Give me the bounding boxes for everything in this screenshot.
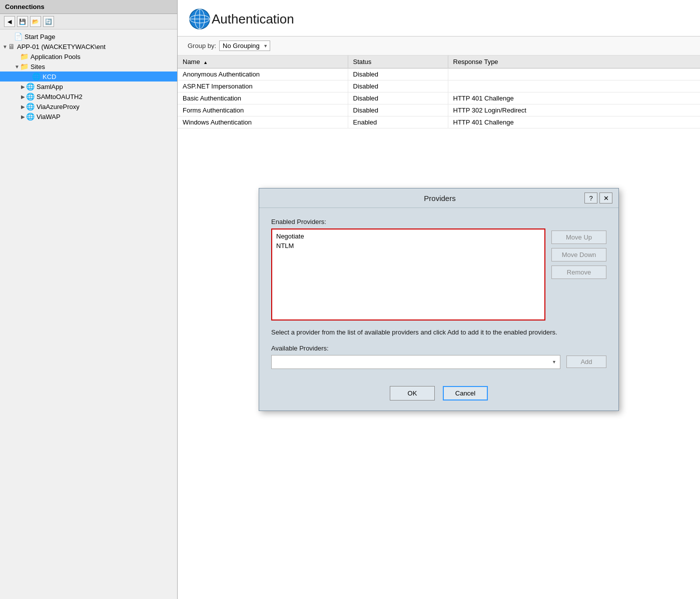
auth-table-container: Name ▲ Status Response Type Anonymous Au… — [178, 56, 700, 128]
dialog-close-button[interactable]: ✕ — [599, 192, 612, 204]
globe-folder-icon: 🌐 — [26, 112, 35, 120]
col-status[interactable]: Status — [348, 56, 448, 68]
providers-buttons: Move Up Move Down Remove — [551, 228, 606, 279]
groupby-wrapper: No Grouping — [219, 40, 270, 51]
remove-button[interactable]: Remove — [551, 266, 606, 279]
table-cell-status: Disabled — [348, 80, 448, 92]
providers-listbox[interactable]: Negotiate NTLM — [272, 230, 544, 320]
tree-item-start-page[interactable]: 📄 Start Page — [0, 32, 177, 42]
globe-folder-icon: 🌐 — [26, 92, 35, 100]
dialog-footer: OK Cancel — [259, 379, 618, 410]
server-icon: 🖥 — [8, 42, 15, 50]
left-panel: Connections ◀ 💾 📂 🔄 📄 Start Page ▼ 🖥 APP… — [0, 0, 178, 599]
available-row: Add — [271, 355, 606, 369]
enabled-section: Enabled Providers: Negotiate NTLM Move U… — [271, 218, 606, 320]
tree-label: Start Page — [25, 33, 55, 40]
auth-globe-icon — [188, 7, 212, 31]
tree-expand-arrow: ▶ — [20, 94, 26, 100]
tree-label: ViaAzureProxy — [37, 103, 80, 110]
tree-area: 📄 Start Page ▼ 🖥 APP-01 (WACKETYWACK\ent… — [0, 30, 177, 599]
tree-expand-arrow: ▶ — [20, 104, 26, 110]
table-cell-responseType — [448, 80, 700, 92]
table-row[interactable]: Anonymous AuthenticationDisabled — [178, 68, 700, 80]
open-button[interactable]: 📂 — [30, 16, 41, 27]
connections-header: Connections — [0, 0, 177, 14]
listbox-option-ntlm[interactable]: NTLM — [274, 241, 542, 250]
page-icon: 📄 — [14, 32, 23, 40]
table-row[interactable]: Windows AuthenticationEnabledHTTP 401 Ch… — [178, 116, 700, 128]
table-cell-status: Disabled — [348, 104, 448, 116]
tree-item-server[interactable]: ▼ 🖥 APP-01 (WACKETYWACK\ent — [0, 42, 177, 52]
tree-item-samlapp[interactable]: ▶ 🌐 SamlApp — [0, 82, 177, 92]
providers-dialog: Providers ? ✕ Enabled Providers: Negotia… — [259, 188, 619, 411]
tree-label: SamlApp — [37, 83, 63, 90]
enabled-label: Enabled Providers: — [271, 218, 606, 226]
tree-expand-arrow: ▼ — [14, 64, 20, 70]
hint-text: Select a provider from the list of avail… — [271, 328, 606, 338]
tree-expand-arrow: ▶ — [20, 84, 26, 90]
tree-item-samtoauth2[interactable]: ▶ 🌐 SAMtoOAUTH2 — [0, 92, 177, 102]
add-button[interactable]: Add — [566, 356, 606, 368]
toolbar: ◀ 💾 📂 🔄 — [0, 14, 177, 30]
tree-item-app-pools[interactable]: 📁 Application Pools — [0, 52, 177, 62]
available-providers-select[interactable] — [271, 355, 560, 369]
tree-expand-arrow: ▼ — [2, 44, 8, 50]
auth-table: Name ▲ Status Response Type Anonymous Au… — [178, 56, 700, 128]
available-section: Available Providers: Add — [271, 344, 606, 369]
tree-label: Application Pools — [31, 53, 81, 60]
back-button[interactable]: ◀ — [4, 16, 15, 27]
tree-arrow — [8, 34, 14, 40]
tree-item-viawap[interactable]: ▶ 🌐 ViaWAP — [0, 112, 177, 122]
providers-listbox-wrapper: Negotiate NTLM — [271, 228, 545, 320]
groupby-bar: Group by: No Grouping — [178, 36, 700, 56]
listbox-option-negotiate[interactable]: Negotiate — [274, 232, 542, 241]
right-panel: Authentication Group by: No Grouping Nam… — [178, 0, 700, 599]
globe-icon: 🌐 — [32, 72, 41, 80]
table-cell-responseType: HTTP 401 Challenge — [448, 92, 700, 104]
save-button[interactable]: 💾 — [17, 16, 28, 27]
table-cell-status: Disabled — [348, 68, 448, 80]
col-response-type[interactable]: Response Type — [448, 56, 700, 68]
table-cell-name: Anonymous Authentication — [178, 68, 348, 80]
dialog-body: Enabled Providers: Negotiate NTLM Move U… — [259, 208, 618, 379]
table-row[interactable]: Forms AuthenticationDisabledHTTP 302 Log… — [178, 104, 700, 116]
cancel-button[interactable]: Cancel — [443, 386, 488, 400]
table-header-row: Name ▲ Status Response Type — [178, 56, 700, 68]
tree-arrow — [26, 74, 32, 80]
dialog-title-btns: ? ✕ — [584, 192, 612, 204]
groupby-select[interactable]: No Grouping — [219, 40, 270, 51]
tree-arrow — [14, 54, 20, 60]
table-cell-name: Windows Authentication — [178, 116, 348, 128]
table-cell-name: Basic Authentication — [178, 92, 348, 104]
dialog-help-button[interactable]: ? — [584, 192, 597, 204]
auth-header: Authentication — [178, 0, 700, 36]
refresh-button[interactable]: 🔄 — [43, 16, 54, 27]
move-down-button[interactable]: Move Down — [551, 248, 606, 262]
move-up-button[interactable]: Move Up — [551, 230, 606, 244]
table-row[interactable]: Basic AuthenticationDisabledHTTP 401 Cha… — [178, 92, 700, 104]
table-row[interactable]: ASP.NET ImpersonationDisabled — [178, 80, 700, 92]
providers-list-row: Negotiate NTLM Move Up Move Down Remove — [271, 228, 606, 320]
tree-item-viaazureproxy[interactable]: ▶ 🌐 ViaAzureProxy — [0, 102, 177, 112]
tree-label: APP-01 (WACKETYWACK\ent — [17, 43, 106, 50]
globe-folder-icon: 🌐 — [26, 82, 35, 90]
ok-button[interactable]: OK — [390, 386, 435, 400]
tree-item-sites[interactable]: ▼ 📁 Sites — [0, 62, 177, 72]
sort-arrow-up: ▲ — [203, 60, 208, 65]
auth-title: Authentication — [212, 12, 294, 27]
folder-icon: 📁 — [20, 62, 29, 70]
col-name[interactable]: Name ▲ — [178, 56, 348, 68]
table-cell-responseType: HTTP 302 Login/Redirect — [448, 104, 700, 116]
table-cell-name: ASP.NET Impersonation — [178, 80, 348, 92]
table-cell-responseType — [448, 68, 700, 80]
tree-label: SAMtoOAUTH2 — [37, 93, 83, 100]
dialog-title-bar: Providers ? ✕ — [259, 188, 618, 208]
connections-title: Connections — [5, 3, 45, 10]
tree-label: ViaWAP — [37, 113, 61, 120]
globe-icon: 🌐 — [26, 102, 35, 110]
tree-expand-arrow: ▶ — [20, 114, 26, 120]
available-select-wrapper — [271, 355, 560, 369]
tree-item-kcd[interactable]: 🌐 KCD — [0, 72, 177, 82]
table-cell-name: Forms Authentication — [178, 104, 348, 116]
dialog-title: Providers — [295, 194, 584, 202]
